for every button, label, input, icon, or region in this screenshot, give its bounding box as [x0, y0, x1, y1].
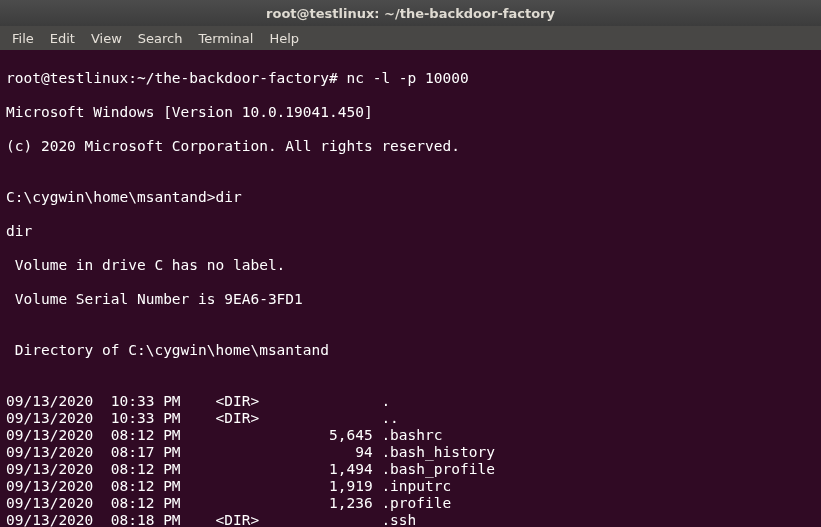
- dir-listing: 09/13/2020 10:33 PM <DIR> .09/13/2020 10…: [6, 393, 815, 527]
- menu-search[interactable]: Search: [130, 29, 191, 48]
- line-copyright: (c) 2020 Microsoft Corporation. All righ…: [6, 138, 815, 155]
- dir-entry: 09/13/2020 08:12 PM 1,236 .profile: [6, 495, 815, 512]
- dir-entry: 09/13/2020 08:12 PM 5,645 .bashrc: [6, 427, 815, 444]
- window-title: root@testlinux: ~/the-backdoor-factory: [266, 6, 555, 21]
- menu-terminal[interactable]: Terminal: [190, 29, 261, 48]
- dir-entry: 09/13/2020 08:17 PM 94 .bash_history: [6, 444, 815, 461]
- window-titlebar: root@testlinux: ~/the-backdoor-factory: [0, 0, 821, 26]
- dir-entry: 09/13/2020 08:12 PM 1,919 .inputrc: [6, 478, 815, 495]
- menubar: File Edit View Search Terminal Help: [0, 26, 821, 50]
- line-prompt: root@testlinux:~/the-backdoor-factory# n…: [6, 70, 815, 87]
- menu-file[interactable]: File: [4, 29, 42, 48]
- dir-entry: 09/13/2020 10:33 PM <DIR> .: [6, 393, 815, 410]
- dir-entry: 09/13/2020 08:18 PM <DIR> .ssh: [6, 512, 815, 527]
- dir-entry: 09/13/2020 10:33 PM <DIR> ..: [6, 410, 815, 427]
- menu-view[interactable]: View: [83, 29, 130, 48]
- line-dir-of: Directory of C:\cygwin\home\msantand: [6, 342, 815, 359]
- menu-help[interactable]: Help: [261, 29, 307, 48]
- menu-edit[interactable]: Edit: [42, 29, 83, 48]
- line-prompt-dir: C:\cygwin\home\msantand>dir: [6, 189, 815, 206]
- line-echo-dir: dir: [6, 223, 815, 240]
- line-winver: Microsoft Windows [Version 10.0.19041.45…: [6, 104, 815, 121]
- line-vol1: Volume in drive C has no label.: [6, 257, 815, 274]
- dir-entry: 09/13/2020 08:12 PM 1,494 .bash_profile: [6, 461, 815, 478]
- terminal-output[interactable]: root@testlinux:~/the-backdoor-factory# n…: [0, 50, 821, 527]
- line-vol2: Volume Serial Number is 9EA6-3FD1: [6, 291, 815, 308]
